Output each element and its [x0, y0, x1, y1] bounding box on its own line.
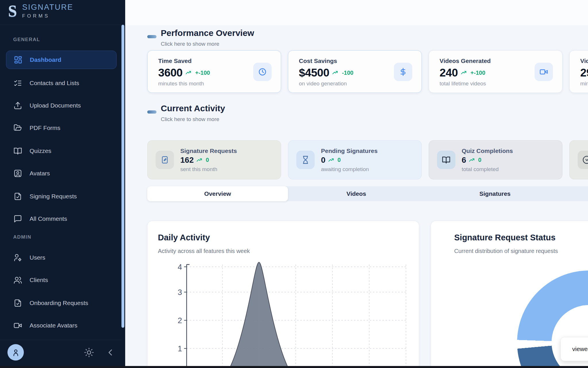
user-gear-icon [13, 253, 22, 262]
stat-delta: +-100 [471, 70, 486, 76]
sidebar-item-associate-avatars[interactable]: Associate Avatars [6, 316, 117, 335]
stat-icon-box [535, 63, 553, 81]
sidebar-item-pdf-forms[interactable]: PDF Forms [6, 119, 117, 137]
tab-signatures[interactable]: Signatures [479, 186, 511, 201]
sidebar-item-label: All Comments [30, 215, 67, 222]
checklist-icon [13, 79, 22, 87]
video-camera-icon [13, 321, 22, 330]
tab-videos[interactable]: Videos [347, 186, 366, 201]
activity-delta: 0 [478, 157, 481, 163]
activity-icon-box [437, 151, 455, 169]
clock-icon [258, 68, 267, 76]
activity-value: 162 [180, 156, 194, 165]
video-camera-icon [539, 68, 548, 76]
sidebar-item-label: Quizzes [30, 147, 51, 154]
open-book-icon [442, 156, 450, 164]
stat-caption: total lifetime videos [440, 80, 486, 87]
trending-up-icon [196, 158, 203, 162]
sidebar-item-label: Dashboard [30, 56, 61, 63]
section-label-admin: ADMIN [13, 234, 31, 240]
current-activity-title: Current Activity [161, 103, 225, 113]
stat-caption: on video generation [299, 80, 347, 87]
activity-title: Signature Requests [180, 147, 237, 154]
stat-title: Time Saved [158, 57, 192, 64]
document-check-icon [13, 192, 22, 201]
sidebar-item-upload-documents[interactable]: Upload Documents [6, 96, 117, 115]
sidebar-item-users[interactable]: Users [6, 248, 117, 267]
stat-delta: +-100 [195, 70, 210, 76]
activity-card-signature-requests[interactable]: Signature Requests 162 0 sent this month [147, 140, 281, 179]
stat-value: 29 [580, 66, 588, 79]
user-square-icon [13, 169, 22, 178]
performance-overview-subtitle[interactable]: Click here to show more [161, 41, 219, 47]
stat-value: $4500 [299, 66, 329, 79]
tab-overview[interactable]: Overview [204, 186, 231, 201]
sidebar-item-label: Associate Avatars [30, 322, 78, 329]
user-avatar-button[interactable] [7, 344, 24, 361]
sidebar-item-clients[interactable]: Clients [6, 271, 117, 289]
activity-card-clipped[interactable] [569, 140, 588, 179]
chevron-left-icon [105, 347, 115, 358]
donut-tooltip-label: viewed : [572, 346, 588, 352]
sidebar-item-label: Onboarding Requests [30, 300, 88, 306]
section-dash-icon [147, 110, 156, 114]
stat-title: Cost Savings [299, 57, 337, 64]
donut-tooltip: viewed : [560, 337, 588, 361]
section-label-general: GENERAL [13, 37, 40, 43]
signature-status-subtitle: Current distribution of signature reques… [454, 248, 558, 254]
sidebar-item-label: PDF Forms [30, 124, 60, 131]
sidebar-item-label: Signing Requests [30, 193, 77, 200]
sidebar-item-onboarding-requests[interactable]: Onboarding Requests [6, 294, 117, 312]
sidebar-item-label: Clients [30, 277, 48, 283]
theme-toggle-button[interactable] [84, 347, 94, 358]
activity-caption: awaiting completion [321, 166, 378, 172]
users-icon [13, 276, 22, 284]
stat-delta: -100 [342, 70, 353, 76]
activity-card-pending-signatures[interactable]: Pending Signatures 0 0 awaiting completi… [288, 140, 422, 179]
sidebar-item-avatars[interactable]: Avatars [6, 164, 117, 183]
collapse-sidebar-button[interactable] [105, 347, 115, 358]
circle-check-icon [583, 156, 588, 164]
sidebar-item-dashboard[interactable]: Dashboard [6, 51, 117, 69]
activity-icon-box [578, 151, 588, 169]
activity-delta: 0 [206, 157, 209, 163]
stat-caption: minutes this month [158, 80, 204, 87]
stat-icon-box [394, 63, 412, 81]
current-activity-subtitle[interactable]: Click here to show more [161, 116, 219, 122]
activity-caption: sent this month [180, 166, 237, 172]
logo-line1: SIGNATURE [22, 3, 73, 12]
logo-mark-icon: S [8, 3, 17, 18]
sidebar-scrollbar[interactable] [121, 25, 124, 328]
speech-bubble-icon [13, 214, 22, 223]
activity-value: 0 [321, 156, 326, 165]
sidebar-footer-divider [0, 340, 122, 340]
sidebar-item-all-comments[interactable]: All Comments [6, 210, 117, 228]
trending-up-icon [328, 158, 335, 162]
top-strip [125, 0, 588, 25]
sidebar-item-contacts-and-lists[interactable]: Contacts and Lists [6, 74, 117, 92]
stat-icon-box [253, 63, 272, 81]
bottom-edge-strip [0, 366, 588, 368]
app-logo[interactable]: S SIGNATURE FORMS [8, 3, 73, 19]
activity-card-quiz-completions[interactable]: Quiz Completions 6 0 total completed [429, 140, 562, 179]
sidebar: S SIGNATURE FORMS GENERAL Dashboard Cont… [0, 0, 125, 368]
trending-up-icon [185, 70, 192, 75]
ytick-3: 3 [178, 288, 182, 297]
activity-title: Pending Signatures [321, 147, 378, 154]
stat-card-videos-generated[interactable]: Videos Generated 240 +-100 total lifetim… [429, 50, 562, 93]
sidebar-item-label: Upload Documents [30, 102, 81, 109]
open-book-icon [13, 147, 22, 155]
stat-card-time-saved[interactable]: Time Saved 3600 +-100 minutes this month [147, 50, 281, 93]
ytick-4: 4 [178, 263, 182, 271]
stat-card-cost-savings[interactable]: Cost Savings $4500 -100 on video generat… [288, 50, 422, 93]
folder-open-icon [13, 124, 22, 132]
stat-card-clipped[interactable]: Vide 29 minu [569, 50, 588, 93]
sidebar-item-quizzes[interactable]: Quizzes [6, 142, 117, 160]
signature-status-title: Signature Request Status [454, 233, 556, 242]
trending-up-icon [332, 70, 339, 75]
sidebar-item-signing-requests[interactable]: Signing Requests [6, 187, 117, 206]
stat-caption: minu [580, 80, 588, 87]
document-check-icon [13, 299, 22, 307]
sidebar-divider [0, 25, 122, 25]
daily-activity-subtitle: Activity across all features this week [158, 248, 250, 254]
